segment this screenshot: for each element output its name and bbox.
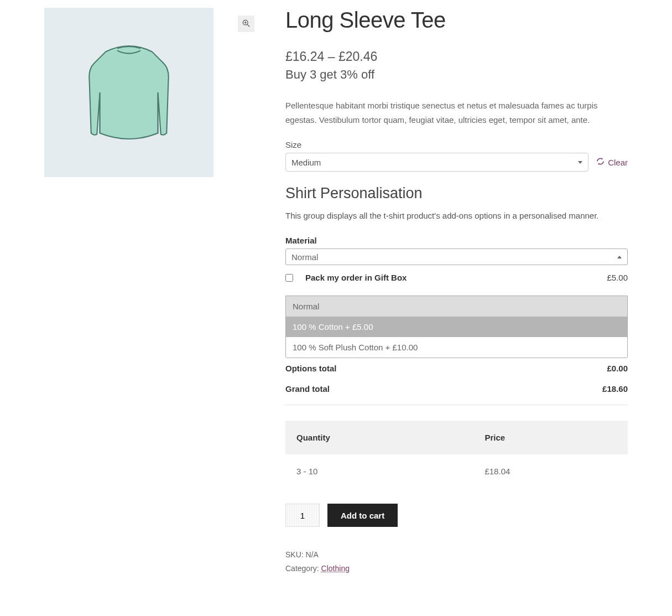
zoom-button[interactable] (238, 15, 254, 32)
quantity-input[interactable] (285, 504, 320, 527)
add-to-cart-button[interactable]: Add to cart (327, 504, 398, 527)
product-title: Long Sleeve Tee (285, 8, 628, 33)
giftbox-checkbox[interactable] (285, 274, 293, 282)
grand-total-value: £18.60 (602, 384, 628, 394)
material-option-normal[interactable]: Normal (286, 296, 627, 317)
material-select[interactable]: Normal (285, 249, 628, 265)
tier-qty: 3 - 10 (285, 454, 473, 488)
sku-value: N/A (306, 550, 319, 559)
sku-label: SKU: (285, 550, 306, 559)
shirt-illustration (71, 34, 187, 151)
tier-pricing-table: Quantity Price 3 - 10 £18.04 (285, 421, 628, 488)
chevron-down-icon (578, 161, 582, 164)
promo-text: Buy 3 get 3% off (285, 68, 628, 82)
material-dropdown: Normal 100 % Cotton + £5.00 100 % Soft P… (285, 296, 628, 358)
price-range: £16.24 – £20.46 (285, 49, 628, 64)
tier-price: £18.04 (473, 454, 628, 488)
material-selected-value: Normal (291, 252, 318, 262)
tier-row: 3 - 10 £18.04 (285, 454, 628, 488)
giftbox-label: Pack my order in Gift Box (305, 273, 407, 282)
options-total-value: £0.00 (607, 364, 628, 373)
product-description: Pellentesque habitant morbi tristique se… (285, 99, 628, 127)
category-link[interactable]: Clothing (321, 564, 350, 573)
clear-button[interactable]: Clear (596, 157, 628, 167)
category-label: Category: (285, 564, 321, 573)
clear-label: Clear (608, 158, 628, 167)
giftbox-price: £5.00 (607, 273, 628, 282)
material-option-cotton[interactable]: 100 % Cotton + £5.00 (286, 317, 627, 337)
refresh-icon (596, 157, 605, 167)
search-plus-icon (242, 19, 250, 29)
size-select[interactable]: Medium (285, 153, 588, 172)
product-image[interactable] (44, 8, 213, 177)
options-total-label: Options total (285, 364, 337, 373)
personalisation-heading: Shirt Personalisation (285, 185, 628, 202)
tier-price-header: Price (473, 421, 628, 454)
category-line: Category: Clothing (285, 562, 628, 576)
grand-total-label: Grand total (285, 384, 330, 394)
tier-qty-header: Quantity (285, 421, 473, 454)
sku-line: SKU: N/A (285, 548, 628, 562)
svg-line-1 (247, 24, 249, 27)
size-label: Size (285, 140, 628, 149)
personalisation-desc: This group displays all the t-shirt prod… (285, 211, 628, 220)
material-option-plush[interactable]: 100 % Soft Plush Cotton + £10.00 (286, 337, 627, 358)
chevron-up-icon (617, 256, 622, 258)
material-label: Material (285, 236, 628, 245)
size-selected-value: Medium (291, 158, 321, 167)
